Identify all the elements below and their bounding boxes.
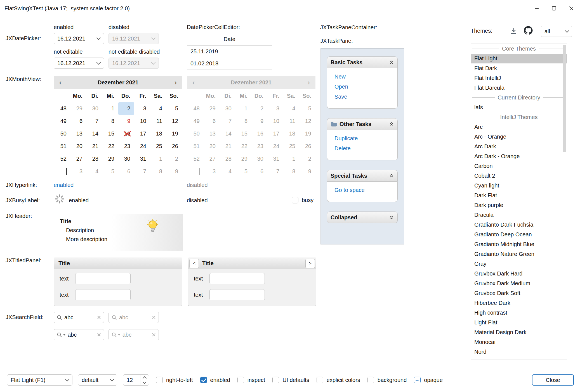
collapse-icon[interactable]	[389, 174, 394, 178]
day-cell[interactable]: 19	[166, 127, 182, 140]
day-cell[interactable]: 17	[134, 127, 150, 140]
checkbox-box[interactable]	[317, 377, 323, 383]
day-cell[interactable]: 8	[102, 115, 118, 127]
checkbox-box[interactable]	[292, 197, 298, 203]
theme-list-item[interactable]: Dark purple	[471, 200, 567, 210]
prev-month-icon[interactable]: ‹	[54, 79, 67, 87]
task-link[interactable]: Open	[334, 82, 394, 92]
day-cell[interactable]: 12	[166, 115, 182, 127]
taskpane-header[interactable]: Other Tasks	[327, 118, 398, 130]
day-cell[interactable]: 28	[86, 153, 102, 165]
checkbox-background[interactable]: background	[367, 377, 407, 383]
day-cell[interactable]: 11	[150, 115, 166, 127]
theme-list-item[interactable]: Gradianto Nature Green	[471, 249, 567, 259]
expand-icon[interactable]	[389, 215, 394, 220]
day-cell[interactable]: 31	[134, 153, 150, 165]
checkbox-box[interactable]	[156, 377, 163, 383]
day-cell[interactable]: 18	[150, 127, 166, 140]
theme-list-item[interactable]: Gruvbox Dark Soft	[471, 288, 567, 298]
day-cell[interactable]: 16	[118, 127, 134, 140]
search-field-with-menu[interactable]: abc	[54, 329, 104, 340]
date-picker-dropdown-button[interactable]	[93, 33, 104, 44]
day-cell[interactable]: 29	[102, 153, 118, 165]
search-menu-arrow-icon[interactable]	[63, 334, 65, 336]
day-cell[interactable]: 26	[166, 140, 182, 153]
date-picker-enabled[interactable]: 16.12.2021	[54, 33, 104, 44]
search-input[interactable]: abc	[68, 332, 95, 338]
day-cell[interactable]: 7	[86, 115, 102, 127]
checkbox-box[interactable]	[272, 377, 279, 383]
checkbox-box[interactable]	[237, 377, 244, 383]
theme-list-item[interactable]: Gradianto Midnight Blue	[471, 239, 567, 249]
theme-list-item[interactable]: Flat Dark	[471, 63, 567, 73]
theme-list-item[interactable]: Cyan light	[471, 181, 567, 191]
titled-panel-prev-button[interactable]: <	[189, 259, 199, 268]
collapse-icon[interactable]	[389, 122, 394, 126]
themes-filter-combobox[interactable]: all	[541, 26, 572, 37]
task-link[interactable]: Duplicate	[334, 133, 394, 143]
date-picker-not-editable[interactable]: 16.12.2021	[54, 58, 104, 69]
day-cell[interactable]: 29	[70, 102, 86, 115]
day-cell[interactable]: 21	[86, 140, 102, 153]
day-cell[interactable]: 2	[166, 153, 182, 165]
day-cell[interactable]: 3	[70, 165, 86, 178]
theme-list-item[interactable]: Arc	[471, 122, 567, 132]
clear-icon[interactable]	[97, 315, 101, 319]
font-size-spinner[interactable]: 12	[123, 374, 149, 386]
table-row[interactable]: 25.11.2019	[187, 46, 272, 58]
spinner-down-icon[interactable]	[143, 380, 147, 384]
checkbox-ui-defaults[interactable]: UI defaults	[272, 377, 309, 383]
day-cell[interactable]: 25	[150, 140, 166, 153]
taskpane-header[interactable]: Basic Tasks	[327, 56, 398, 68]
theme-list-item[interactable]: Gruvbox Dark Hard	[471, 269, 567, 279]
theme-list-item[interactable]: Gray	[471, 259, 567, 269]
search-input[interactable]: abc	[64, 314, 95, 321]
download-icon[interactable]	[510, 27, 518, 35]
spinner-buttons[interactable]	[140, 375, 149, 385]
spinner-up-icon[interactable]	[143, 376, 147, 380]
theme-list-item[interactable]: Gruvbox Dark Medium	[471, 279, 567, 288]
theme-list-item[interactable]: Gradianto Dark Fuchsia	[471, 220, 567, 230]
theme-list-item[interactable]: lafs	[471, 103, 567, 112]
theme-list-item[interactable]: Cobalt 2	[471, 171, 567, 181]
checkbox-right-to-left[interactable]: right-to-left	[156, 377, 193, 383]
theme-list-item[interactable]: Arc - Orange	[471, 132, 567, 142]
task-link[interactable]: Save	[334, 92, 394, 102]
task-link[interactable]: Go to space	[334, 185, 394, 195]
next-month-icon[interactable]: ›	[169, 79, 182, 87]
text-input[interactable]	[209, 273, 265, 284]
laf-combobox[interactable]: Flat Light (F1)	[7, 374, 72, 386]
theme-list-item[interactable]: High contrast	[471, 308, 567, 318]
date-picker-value[interactable]: 16.12.2021	[54, 60, 93, 66]
day-cell[interactable]: 2	[118, 102, 134, 115]
day-cell[interactable]: 9	[166, 165, 182, 178]
day-cell[interactable]: 15	[102, 127, 118, 140]
day-cell[interactable]: 27	[70, 153, 86, 165]
table-row[interactable]: 01.02.2018	[187, 58, 272, 70]
theme-list-item[interactable]: Arc Dark	[471, 142, 567, 151]
theme-list-item[interactable]: Nord	[471, 347, 567, 357]
close-button[interactable]	[563, 0, 580, 17]
theme-list-item[interactable]: Flat IntelliJ	[471, 73, 567, 83]
checkbox-box[interactable]	[200, 377, 207, 383]
github-icon[interactable]	[524, 26, 533, 35]
day-cell[interactable]: 13	[70, 127, 86, 140]
day-cell[interactable]: 6	[118, 165, 134, 178]
spinner-value[interactable]: 12	[127, 377, 137, 383]
search-field[interactable]: abc	[54, 312, 104, 323]
day-cell[interactable]: 7	[134, 165, 150, 178]
day-cell[interactable]: 1	[102, 102, 118, 115]
day-cell[interactable]: 20	[70, 140, 86, 153]
day-cell[interactable]: 10	[134, 115, 150, 127]
style-combobox[interactable]: default	[78, 374, 117, 386]
theme-list-item[interactable]: Dracula	[471, 210, 567, 220]
day-cell[interactable]: 9	[118, 115, 134, 127]
text-input[interactable]	[75, 273, 131, 284]
theme-list-item[interactable]: Carbon	[471, 161, 567, 171]
day-cell[interactable]: 5	[102, 165, 118, 178]
text-input[interactable]	[209, 289, 265, 300]
theme-list-item[interactable]: Light Flat	[471, 318, 567, 327]
day-cell[interactable]: 8	[150, 165, 166, 178]
day-cell[interactable]: 14	[86, 127, 102, 140]
text-input[interactable]	[75, 289, 131, 300]
